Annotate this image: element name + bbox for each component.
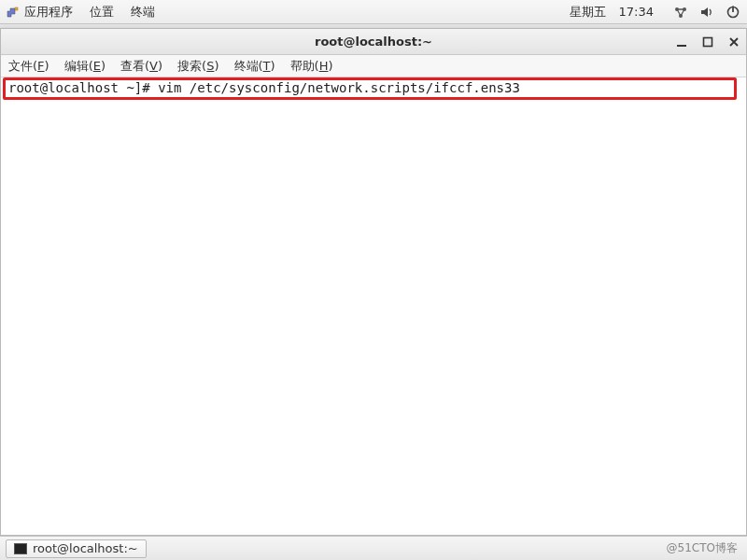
svg-rect-6 <box>677 45 686 47</box>
top-panel: 应用程序 位置 终端 星期五 17:34 <box>0 0 747 24</box>
terminal-body[interactable]: root@localhost ~]# vim /etc/sysconfig/ne… <box>1 77 746 535</box>
watermark: @51CTO博客 <box>667 540 741 556</box>
window-title: root@localhost:~ <box>315 35 432 49</box>
menu-help[interactable]: 帮助(H) <box>290 58 333 75</box>
menu-edit[interactable]: 编辑(E) <box>64 58 106 75</box>
shell-command: vim /etc/sysconfig/network.scripts/ifccf… <box>158 80 520 95</box>
menu-terminal[interactable]: 终端(T) <box>234 58 275 75</box>
panel-menu-terminal[interactable]: 终端 <box>131 4 155 21</box>
menu-view[interactable]: 查看(V) <box>120 58 162 75</box>
desktop: root@localhost:~ 文件(F) 编辑(E) 查看(V) <box>0 24 747 536</box>
svg-rect-0 <box>15 7 18 10</box>
menu-file[interactable]: 文件(F) <box>8 58 49 75</box>
panel-day[interactable]: 星期五 <box>570 4 606 21</box>
shell-prompt: root@localhost ~]# <box>8 80 158 95</box>
bottom-panel: root@localhost:~ @51CTO博客 <box>0 536 747 560</box>
network-icon[interactable] <box>672 4 689 21</box>
power-icon[interactable] <box>725 4 741 21</box>
command-line: root@localhost ~]# vim /etc/sysconfig/ne… <box>8 80 520 95</box>
terminal-icon <box>14 543 27 554</box>
panel-menu-applications[interactable]: 应用程序 <box>24 4 73 21</box>
svg-rect-7 <box>704 38 712 47</box>
titlebar[interactable]: root@localhost:~ <box>1 29 746 55</box>
menubar: 文件(F) 编辑(E) 查看(V) 搜索(S) 终端(T) 帮助(H) <box>1 55 746 77</box>
panel-time[interactable]: 17:34 <box>619 5 654 19</box>
volume-icon[interactable] <box>698 4 715 21</box>
taskbar-task-terminal[interactable]: root@localhost:~ <box>6 539 147 558</box>
terminal-window: root@localhost:~ 文件(F) 编辑(E) 查看(V) <box>0 28 747 536</box>
taskbar-task-label: root@localhost:~ <box>33 541 138 555</box>
activities-icon[interactable] <box>6 6 19 19</box>
panel-menu-places[interactable]: 位置 <box>90 4 114 21</box>
close-button[interactable] <box>727 35 740 49</box>
menu-search[interactable]: 搜索(S) <box>177 58 218 75</box>
minimize-button[interactable] <box>675 35 688 49</box>
maximize-button[interactable] <box>701 35 714 49</box>
